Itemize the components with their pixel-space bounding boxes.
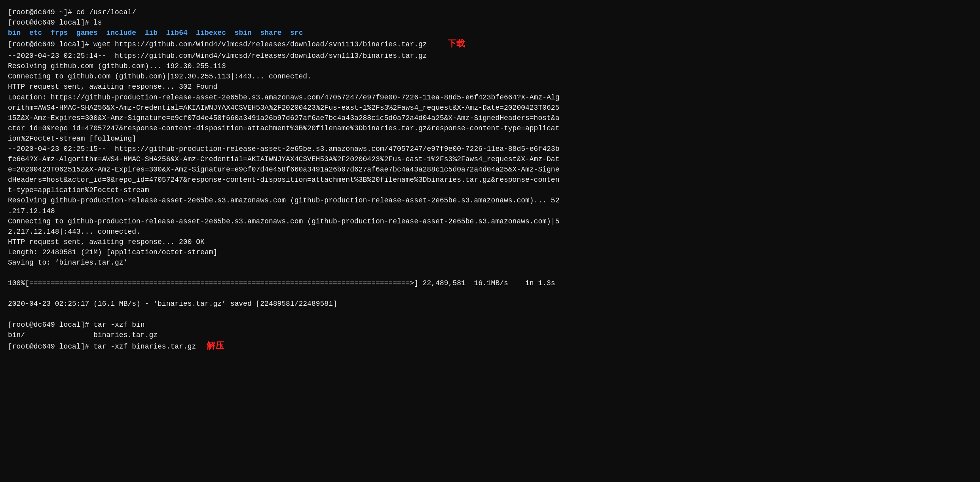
output-line: ctor_id=0&repo_id=47057247&response-cont…	[8, 123, 972, 133]
output-line: 2020-04-23 02:25:17 (16.1 MB/s) - ‘binar…	[8, 299, 972, 309]
output-line: 2.217.12.148|:443... connected.	[8, 227, 972, 237]
prompt-line: [root@dc649 ~]# cd /usr/local/	[8, 7, 972, 17]
output-line: t-type=application%2Foctet-stream	[8, 185, 972, 195]
output-line: Connecting to github.com (github.com)|19…	[8, 71, 972, 82]
output-line: Resolving github-production-release-asse…	[8, 195, 972, 206]
empty-line	[8, 288, 972, 299]
output-line: HTTP request sent, awaiting response... …	[8, 237, 972, 247]
terminal: [root@dc649 ~]# cd /usr/local/[root@dc64…	[0, 0, 980, 360]
prompt-line: [root@dc649 local]# ls	[8, 17, 972, 28]
output-line: --2020-04-23 02:25:14-- https://github.c…	[8, 51, 972, 61]
output-line: orithm=AWS4-HMAC-SHA256&X-Amz-Credential…	[8, 103, 972, 113]
output-line: ion%2Foctet-stream [following]	[8, 133, 972, 144]
output-line: Location: https://github-production-rele…	[8, 92, 972, 103]
output-line: e=20200423T062515Z&X-Amz-Expires=300&X-A…	[8, 164, 972, 175]
output-line: --2020-04-23 02:25:15-- https://github-p…	[8, 144, 972, 154]
annotated-line: [root@dc649 local]# wget https://github.…	[8, 38, 972, 51]
output-line: Connecting to github-production-release-…	[8, 216, 972, 227]
output-line: HTTP request sent, awaiting response... …	[8, 82, 972, 92]
output-line: .217.12.148	[8, 206, 972, 216]
output-line: 15Z&X-Amz-Expires=300&X-Amz-Signature=e9…	[8, 113, 972, 123]
dir-list2-line: bin/ binaries.tar.gz	[8, 330, 972, 340]
empty-line	[8, 268, 972, 278]
progress-line: 100%[===================================…	[8, 278, 972, 288]
output-line: Resolving github.com (github.com)... 192…	[8, 61, 972, 71]
annotated-line: [root@dc649 local]# tar -xzf binaries.ta…	[8, 340, 972, 353]
prompt-line: [root@dc649 local]# tar -xzf bin	[8, 320, 972, 330]
empty-line	[8, 309, 972, 320]
output-line: fe664?X-Amz-Algorithm=AWS4-HMAC-SHA256&X…	[8, 154, 972, 164]
output-line: dHeaders=host&actor_id=0&repo_id=4705724…	[8, 175, 972, 185]
dir-list-line: bin etc frps games include lib lib64 lib…	[8, 28, 972, 38]
output-line: Saving to: ‘binaries.tar.gz’	[8, 257, 972, 268]
output-line: Length: 22489581 (21M) [application/octe…	[8, 247, 972, 257]
